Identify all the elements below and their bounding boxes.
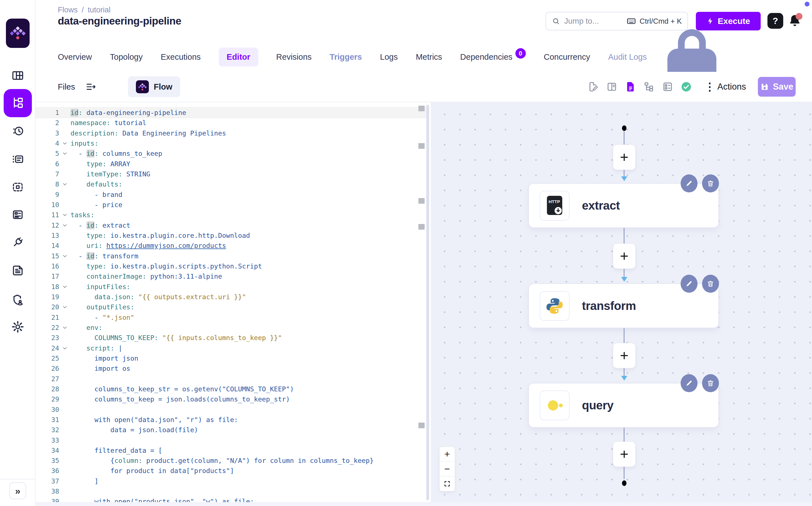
delete-task-button[interactable]	[702, 374, 719, 392]
save-button[interactable]: Save	[758, 77, 796, 97]
edit-file-icon-button[interactable]	[588, 81, 599, 92]
code-line-3[interactable]: 3description: Data Engineering Pipelines	[35, 128, 426, 138]
fold-chevron-icon[interactable]	[59, 220, 71, 231]
code-line-2[interactable]: 2namespace: tutorial	[35, 118, 426, 128]
doc-view-icon-button-active[interactable]	[625, 81, 636, 92]
add-task-button[interactable]: +	[613, 145, 636, 170]
actions-button[interactable]: Actions	[717, 82, 746, 92]
code-line-10[interactable]: 10 - price	[35, 200, 426, 210]
sidebar-item-plugins[interactable]	[0, 236, 35, 250]
sidebar-item-dashboard[interactable]	[0, 69, 35, 83]
help-button[interactable]: ?	[767, 13, 783, 29]
code-line-27[interactable]: 27	[35, 374, 426, 384]
code-line-21[interactable]: 21 - "*.json"	[35, 313, 426, 323]
code-line-16[interactable]: 16 type: io.kestra.plugin.scripts.python…	[35, 261, 426, 271]
code-line-18[interactable]: 18 inputFiles:	[35, 282, 426, 292]
no-code-view-icon-button[interactable]	[662, 81, 673, 92]
code-line-22[interactable]: 22 env:	[35, 323, 426, 333]
tab-overview[interactable]: Overview	[58, 53, 92, 62]
code-line-25[interactable]: 25 import json	[35, 353, 426, 363]
code-line-1[interactable]: 1id: data-engineering-pipeline	[35, 108, 426, 118]
code-line-8[interactable]: 8 defaults:	[35, 179, 426, 189]
code-line-5[interactable]: 5 - id: columns_to_keep	[35, 149, 426, 159]
task-node-transform[interactable]: transform	[528, 283, 719, 328]
code-line-35[interactable]: 35 {column: product.get(column, "N/A") f…	[35, 455, 426, 466]
sidebar-item-logs[interactable]	[0, 153, 35, 167]
code-line-29[interactable]: 29 columns_to_keep = json.loads(columns_…	[35, 394, 426, 404]
editor-splitter-scrollbar[interactable]	[426, 105, 429, 500]
fold-chevron-icon[interactable]	[59, 323, 71, 333]
code-line-6[interactable]: 6 type: ARRAY	[35, 159, 426, 169]
code-line-7[interactable]: 7 itemType: STRING	[35, 169, 426, 179]
code-line-26[interactable]: 26 import os	[35, 363, 426, 373]
fold-chevron-icon[interactable]	[59, 343, 71, 353]
zoom-in-button[interactable]: +	[439, 446, 455, 461]
topology-view-icon-button[interactable]	[643, 81, 655, 92]
code-line-15[interactable]: 15 - id: transform	[35, 251, 426, 261]
delete-task-button[interactable]	[702, 275, 719, 293]
notifications-button[interactable]	[787, 12, 803, 29]
breadcrumb-flows[interactable]: Flows	[58, 6, 78, 14]
files-panel-toggle[interactable]	[85, 81, 96, 92]
fold-chevron-icon[interactable]	[59, 210, 71, 220]
fold-chevron-icon[interactable]	[59, 149, 71, 159]
side-by-side-view-icon-button[interactable]	[606, 81, 617, 92]
code-line-39[interactable]: 39 with open("products.json", "w") as fi…	[35, 496, 426, 502]
sidebar-item-flows[interactable]	[4, 89, 32, 117]
code-line-9[interactable]: 9 - brand	[35, 190, 426, 200]
sidebar-expand-button[interactable]: »	[9, 482, 26, 499]
breadcrumb-namespace[interactable]: tutorial	[88, 6, 110, 14]
tab-editor[interactable]: Editor	[219, 48, 258, 67]
code-line-11[interactable]: 11tasks:	[35, 210, 426, 220]
sidebar-item-blueprints[interactable]	[0, 208, 35, 222]
sidebar-item-administration[interactable]	[0, 293, 35, 307]
sidebar-item-executions[interactable]	[0, 124, 35, 139]
tab-topology[interactable]: Topology	[110, 53, 143, 62]
sidebar-item-docs[interactable]	[0, 264, 35, 278]
flow-file-tab[interactable]: Flow	[128, 76, 180, 97]
tab-revisions[interactable]: Revisions	[276, 53, 312, 62]
fold-chevron-icon[interactable]	[59, 251, 71, 261]
code-line-38[interactable]: 38	[35, 486, 426, 496]
code-line-34[interactable]: 34 filtered_data = [	[35, 445, 426, 455]
code-line-14[interactable]: 14 uri: https://dummyjson.com/products	[35, 241, 426, 251]
code-line-24[interactable]: 24 script: |	[35, 343, 426, 353]
edit-task-button[interactable]	[681, 275, 697, 293]
fold-chevron-icon[interactable]	[59, 282, 71, 292]
tab-concurrency[interactable]: Concurrency	[544, 53, 590, 62]
add-task-button[interactable]: +	[613, 343, 636, 368]
fold-chevron-icon[interactable]	[59, 179, 71, 189]
code-line-30[interactable]: 30	[35, 405, 426, 415]
code-line-13[interactable]: 13 type: io.kestra.plugin.core.http.Down…	[35, 231, 426, 241]
fold-chevron-icon[interactable]	[59, 302, 71, 312]
task-node-query[interactable]: query	[528, 383, 719, 428]
zoom-out-button[interactable]: −	[439, 461, 455, 477]
kebab-menu-icon[interactable]: ⋮	[704, 81, 715, 93]
edit-task-button[interactable]	[681, 174, 697, 192]
add-task-button[interactable]: +	[613, 243, 636, 269]
code-line-17[interactable]: 17 containerImage: python:3.11-alpine	[35, 271, 426, 281]
edit-task-button[interactable]	[681, 374, 697, 392]
code-line-23[interactable]: 23 COLUMNS_TO_KEEP: "{{ inputs.columns_t…	[35, 333, 426, 343]
task-node-extract[interactable]: HTTP extract	[528, 183, 719, 228]
tab-executions[interactable]: Executions	[161, 53, 201, 62]
code-line-33[interactable]: 33	[35, 435, 426, 445]
kestra-logo[interactable]	[6, 19, 29, 48]
code-line-20[interactable]: 20 outputFiles:	[35, 302, 426, 312]
code-line-12[interactable]: 12 - id: extract	[35, 220, 426, 231]
tab-metrics[interactable]: Metrics	[416, 53, 442, 62]
fold-chevron-icon[interactable]	[59, 138, 71, 149]
code-line-19[interactable]: 19 data.json: "{{ outputs.extract.uri }}…	[35, 292, 426, 302]
tab-logs[interactable]: Logs	[380, 53, 398, 62]
code-line-36[interactable]: 36 for product in data["products"]	[35, 466, 426, 476]
topology-canvas[interactable]: + HTTP extract + transform + query + + −	[431, 102, 812, 502]
sidebar-item-namespaces[interactable]	[0, 181, 35, 195]
code-line-32[interactable]: 32 data = json.load(file)	[35, 425, 426, 435]
add-task-button[interactable]: +	[613, 441, 636, 467]
code-line-37[interactable]: 37 ]	[35, 476, 426, 486]
code-line-31[interactable]: 31 with open("data.json", "r") as file:	[35, 415, 426, 425]
tab-dependencies[interactable]: Dependencies 0	[460, 52, 526, 62]
fit-view-button[interactable]	[439, 477, 455, 491]
code-line-4[interactable]: 4inputs:	[35, 138, 426, 149]
tab-triggers[interactable]: Triggers	[329, 53, 362, 62]
